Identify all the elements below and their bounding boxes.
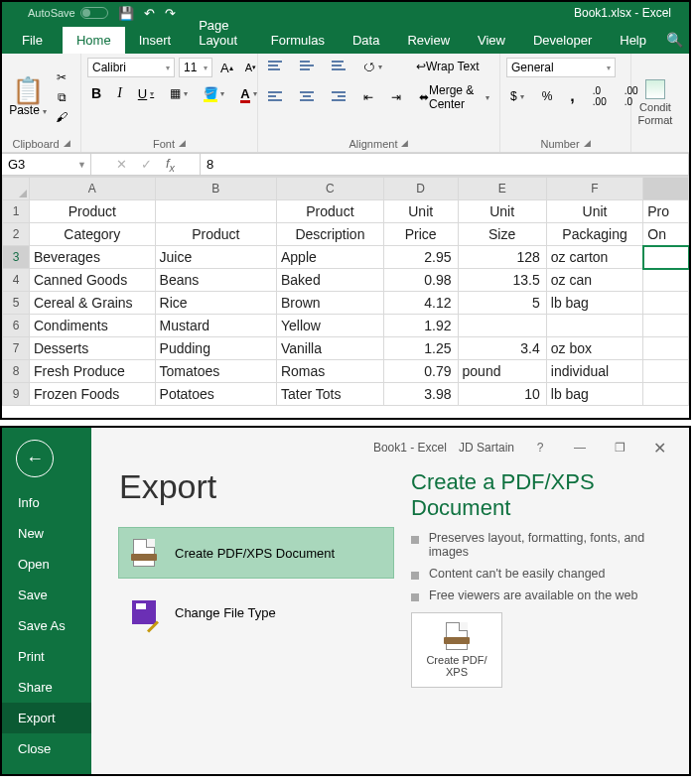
col-header-a[interactable]: A [29,178,155,200]
backstage-nav-open[interactable]: Open [2,549,91,580]
cell[interactable] [643,337,689,360]
cell[interactable]: pound [458,360,546,383]
clipboard-dialog-launcher-icon[interactable]: ◢ [64,138,70,150]
cell[interactable]: lb bag [546,383,643,406]
name-box[interactable]: G3▼ [2,153,91,176]
borders-icon[interactable]: ▦ [166,84,192,102]
format-painter-icon[interactable]: 🖌 [52,108,71,126]
backstage-nav-export[interactable]: Export [2,703,91,733]
cell[interactable] [643,246,689,269]
minimize-icon[interactable]: — [566,441,594,455]
tab-insert[interactable]: Insert [125,27,186,54]
cell[interactable]: Price [383,223,458,246]
orientation-icon[interactable]: ⭯ [359,58,386,75]
restore-icon[interactable]: ❐ [606,441,633,455]
cell[interactable]: 1.25 [383,337,458,360]
backstage-nav-save[interactable]: Save [2,580,91,610]
cell[interactable]: 0.98 [383,269,458,292]
cell[interactable] [458,315,546,337]
cell[interactable]: lb bag [546,292,643,315]
row-header[interactable]: 8 [3,360,30,383]
cell[interactable]: On [643,223,689,246]
cell[interactable]: Condiments [29,315,155,337]
cell[interactable]: Potatoes [155,383,276,406]
cell[interactable]: Rice [155,292,276,315]
autosave-switch-icon[interactable] [80,7,108,19]
cell[interactable]: Vanilla [276,337,383,360]
wrap-text-button[interactable]: ↩ Wrap Text [412,58,484,75]
percent-format-icon[interactable]: % [538,87,557,105]
font-color-icon[interactable]: A [236,84,260,103]
backstage-nav-close[interactable]: Close [2,733,91,764]
cell[interactable]: Beans [155,269,276,292]
tab-file[interactable]: File [2,27,63,54]
cell[interactable]: Romas [276,360,383,383]
back-button[interactable]: ← [16,440,54,477]
row-header[interactable]: 7 [3,337,30,360]
col-header-e[interactable]: E [458,178,546,200]
backstage-nav-save-as[interactable]: Save As [2,610,91,641]
cell[interactable] [643,383,689,406]
align-right-icon[interactable] [328,89,349,105]
cell[interactable]: Description [276,223,383,246]
tab-page-layout[interactable]: Page Layout [185,12,257,54]
enter-formula-icon[interactable]: ✓ [141,157,152,172]
cell[interactable]: Tater Tots [276,383,383,406]
alignment-dialog-launcher-icon[interactable]: ◢ [401,138,408,150]
autosave-toggle[interactable]: AutoSave [28,7,108,19]
row-header[interactable]: 2 [3,223,30,246]
help-icon[interactable]: ? [526,441,554,455]
cell[interactable]: Mustard [155,315,276,337]
insert-function-icon[interactable]: fx [166,156,175,174]
redo-icon[interactable]: ↷ [165,6,176,21]
row-header[interactable]: 3 [3,246,30,269]
backstage-nav-print[interactable]: Print [2,641,91,672]
tab-help[interactable]: Help [606,27,660,54]
cell[interactable]: oz box [546,337,643,360]
cell[interactable]: 5 [458,292,546,315]
number-dialog-launcher-icon[interactable]: ◢ [584,138,591,150]
cell[interactable]: Product [29,200,155,223]
row-header[interactable]: 9 [3,383,30,406]
align-center-icon[interactable] [296,89,318,105]
create-pdf-xps-button[interactable]: Create PDF/ XPS [411,612,502,688]
row-header[interactable]: 4 [3,269,30,292]
cell[interactable]: 128 [458,246,546,269]
backstage-nav-share[interactable]: Share [2,672,91,703]
undo-icon[interactable]: ↶ [144,6,155,21]
cell[interactable]: 3.98 [383,383,458,406]
cell[interactable]: Size [458,223,546,246]
font-size-combo[interactable]: 11▾ [179,58,212,77]
increase-indent-icon[interactable]: ⇥ [387,88,405,106]
cell[interactable]: individual [546,360,643,383]
col-header-c[interactable]: C [276,178,383,200]
backstage-nav-new[interactable]: New [2,518,91,549]
cell[interactable]: Category [29,223,155,246]
number-format-combo[interactable]: General▾ [506,58,616,77]
cell[interactable]: Tomatoes [155,360,276,383]
font-dialog-launcher-icon[interactable]: ◢ [179,138,186,150]
cell[interactable]: 1.92 [383,315,458,337]
paste-button[interactable]: 📋 Paste [8,77,48,117]
merge-center-button[interactable]: ⬌ Merge & Center [415,81,493,113]
cell[interactable] [546,315,643,337]
backstage-nav-info[interactable]: Info [2,487,91,518]
col-header-f[interactable]: F [546,178,643,200]
cell[interactable]: Desserts [29,337,155,360]
col-header-g[interactable] [643,178,689,200]
cell[interactable] [643,269,689,292]
cell[interactable]: Baked [276,269,383,292]
row-header[interactable]: 5 [3,292,30,315]
col-header-b[interactable]: B [155,178,276,200]
cancel-formula-icon[interactable]: ✕ [116,157,127,172]
select-all-corner[interactable] [3,178,30,200]
grow-font-icon[interactable]: A▴ [216,59,237,77]
align-top-icon[interactable] [264,59,286,74]
cell[interactable]: 3.4 [458,337,546,360]
cell[interactable]: 10 [458,383,546,406]
cell[interactable]: Fresh Produce [29,360,155,383]
accounting-format-icon[interactable]: $ [506,87,528,105]
cell[interactable]: Beverages [29,246,155,269]
cell[interactable]: oz can [546,269,643,292]
tab-review[interactable]: Review [393,27,464,54]
